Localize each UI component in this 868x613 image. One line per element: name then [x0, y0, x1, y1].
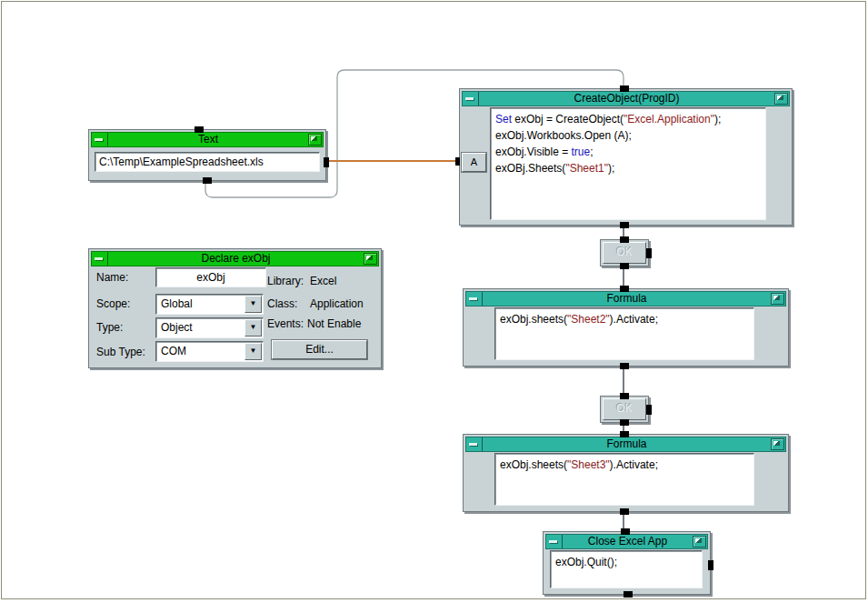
minimize-icon — [95, 257, 103, 260]
scope-dropdown[interactable]: Global ▼ — [155, 294, 264, 315]
data-in-pin[interactable] — [455, 157, 460, 166]
type-value: Object — [161, 318, 193, 337]
sequence-in-pin[interactable] — [621, 528, 630, 535]
resize-icon — [311, 136, 317, 141]
scope-value: Global — [161, 295, 193, 313]
resize-icon — [773, 441, 780, 446]
name-label: Name: — [96, 271, 128, 284]
type-label: Type: — [96, 321, 123, 334]
sequence-in-pin[interactable] — [620, 286, 629, 292]
subtype-label: Sub Type: — [96, 346, 145, 358]
object-title: CreateObject(ProgID) — [479, 93, 774, 105]
minimize-button[interactable] — [92, 133, 108, 146]
class-label: Class: — [267, 297, 297, 310]
createobject-code-editor[interactable]: Set exObj = CreateObject("Excel.Applicat… — [490, 107, 766, 220]
resize-icon — [777, 95, 783, 100]
sequence-out-pin[interactable] — [624, 591, 633, 598]
resize-icon — [366, 256, 373, 260]
object-title: Close Excel App — [563, 536, 693, 548]
object-title: Formula — [483, 293, 771, 305]
close-app-titlebar[interactable]: Close Excel App — [545, 534, 708, 549]
object-title: Formula — [483, 438, 771, 450]
data-in-terminal-a[interactable]: A — [462, 153, 486, 172]
scope-label: Scope: — [96, 297, 130, 310]
workspace: Text C:\Temp\ExampleSpreadsheet.xls Crea… — [0, 0, 868, 613]
resize-icon — [695, 538, 702, 543]
sequence-out-pin[interactable] — [620, 508, 629, 515]
formula-object-1[interactable]: Formula exObj.sheets("Sheet2").Activate; — [463, 288, 789, 367]
formula-code-editor[interactable]: exObj.sheets("Sheet3").Activate; — [494, 453, 754, 506]
createobject-progid-object[interactable]: CreateObject(ProgID) A Set exObj = Creat… — [459, 88, 793, 226]
minimize-icon — [549, 540, 557, 543]
sequence-out-pin[interactable] — [620, 419, 629, 426]
minimize-button[interactable] — [546, 535, 563, 548]
ok-confirm-object-1[interactable]: OK — [600, 239, 649, 266]
text-value-input[interactable]: C:\Temp\ExampleSpreadsheet.xls — [95, 152, 320, 172]
class-value: Application — [310, 297, 364, 310]
resize-corner-button[interactable] — [364, 253, 377, 265]
resize-corner-button[interactable] — [308, 134, 322, 146]
object-title: Text — [108, 134, 308, 146]
sequence-out-pin[interactable] — [620, 363, 629, 369]
resize-corner-button[interactable] — [771, 293, 784, 305]
library-label: Library: — [267, 275, 304, 287]
data-out-terminal[interactable] — [324, 157, 329, 167]
ok-button[interactable]: OK — [603, 242, 646, 264]
resize-icon — [773, 296, 780, 300]
data-out-terminal[interactable] — [708, 560, 713, 570]
resize-corner-button[interactable] — [774, 93, 788, 105]
edit-button[interactable]: Edit... — [272, 340, 367, 359]
events-value: Not Enable — [307, 317, 361, 330]
text-object[interactable]: Text C:\Temp\ExampleSpreadsheet.xls — [88, 129, 326, 181]
sequence-in-pin[interactable] — [195, 126, 204, 133]
sequence-in-pin[interactable] — [620, 393, 629, 399]
name-input[interactable]: exObj — [155, 267, 266, 287]
sequence-out-pin[interactable] — [620, 263, 629, 269]
minimize-icon — [95, 138, 103, 141]
minimize-icon — [465, 97, 474, 100]
minimize-icon — [469, 297, 477, 300]
type-dropdown[interactable]: Object ▼ — [155, 317, 264, 338]
formula-object-2[interactable]: Formula exObj.sheets("Sheet3").Activate; — [463, 434, 789, 512]
formula-titlebar[interactable]: Formula — [465, 437, 786, 452]
formula-code-editor[interactable]: exObj.sheets("Sheet2").Activate; — [494, 307, 754, 360]
close-excel-app-object[interactable]: Close Excel App exObj.Quit(); — [543, 531, 711, 595]
close-app-code-editor[interactable]: exObj.Quit(); — [550, 550, 703, 588]
minimize-button[interactable] — [466, 292, 483, 306]
sequence-out-pin[interactable] — [620, 222, 629, 228]
resize-corner-button[interactable] — [693, 536, 706, 548]
sequence-in-pin[interactable] — [620, 431, 629, 437]
declare-titlebar[interactable]: Declare exObj — [91, 251, 379, 266]
data-out-terminal[interactable] — [646, 248, 652, 258]
events-label: Events: — [267, 317, 304, 330]
subtype-dropdown[interactable]: COM ▼ — [155, 341, 264, 362]
dropdown-arrow-icon[interactable]: ▼ — [244, 319, 262, 337]
ok-button[interactable]: OK — [603, 398, 646, 420]
library-value: Excel — [310, 275, 336, 287]
object-title: Declare exObj — [108, 253, 364, 265]
minimize-button[interactable] — [463, 92, 479, 106]
createobject-titlebar[interactable]: CreateObject(ProgID) — [462, 91, 790, 106]
text-object-titlebar[interactable]: Text — [91, 132, 324, 147]
dropdown-arrow-icon[interactable]: ▼ — [244, 296, 262, 313]
sequence-out-pin[interactable] — [203, 177, 212, 184]
subtype-value: COM — [161, 342, 186, 360]
minimize-button[interactable] — [92, 252, 108, 266]
minimize-button[interactable] — [466, 437, 483, 451]
sequence-in-pin[interactable] — [620, 85, 629, 92]
resize-corner-button[interactable] — [771, 438, 784, 450]
data-out-terminal[interactable] — [646, 405, 652, 415]
formula-titlebar[interactable]: Formula — [465, 291, 786, 306]
declare-variable-object[interactable]: Declare exObj Name: exObj Scope: Global … — [88, 248, 382, 368]
minimize-icon — [469, 443, 477, 446]
dropdown-arrow-icon[interactable]: ▼ — [244, 343, 262, 360]
sequence-in-pin[interactable] — [620, 236, 629, 243]
ok-confirm-object-2[interactable]: OK — [600, 396, 649, 423]
